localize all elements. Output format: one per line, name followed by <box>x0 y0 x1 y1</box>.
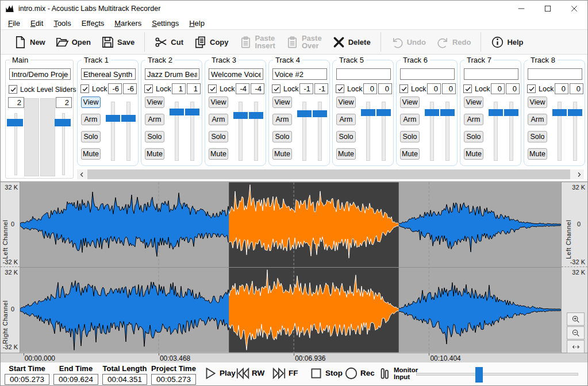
track-view-button[interactable]: View <box>145 96 164 108</box>
menu-effects[interactable]: Effects <box>76 18 110 29</box>
lock-checkbox[interactable] <box>80 84 89 93</box>
undo-button[interactable]: Undo <box>386 33 431 51</box>
track-mute-button[interactable]: Mute <box>209 148 228 160</box>
track-solo-button[interactable]: Solo <box>528 131 547 142</box>
play-button[interactable]: Play <box>203 366 236 381</box>
track-solo-button[interactable]: Solo <box>209 131 228 142</box>
track-solo-button[interactable]: Solo <box>336 131 356 142</box>
track-arm-button[interactable]: Arm <box>464 114 483 125</box>
menu-markers[interactable]: Markers <box>109 18 147 29</box>
track-mute-button[interactable]: Mute <box>272 148 292 160</box>
stop-button[interactable]: Stop <box>309 366 343 381</box>
track-name-input[interactable] <box>336 68 391 80</box>
cut-button[interactable]: Cut <box>149 33 189 51</box>
open-button[interactable]: Open <box>51 33 96 51</box>
minimize-button[interactable] <box>508 1 535 17</box>
track-arm-button[interactable]: Arm <box>272 114 292 125</box>
scroll-left-button[interactable] <box>77 169 87 179</box>
main-level-slider-handle[interactable] <box>7 119 23 126</box>
rewind-button[interactable]: RW <box>235 366 264 381</box>
lock-checkbox[interactable] <box>399 84 408 93</box>
track-level-slider-handle[interactable] <box>552 109 567 116</box>
track-level-slider[interactable] <box>126 102 130 161</box>
paste-insert-button[interactable]: Paste Insert <box>234 32 280 52</box>
track-mute-button[interactable]: Mute <box>464 148 483 160</box>
track-name-input[interactable] <box>528 68 582 80</box>
menu-file[interactable]: File <box>3 18 25 29</box>
track-view-button[interactable]: View <box>272 96 292 108</box>
track-level-slider-handle[interactable] <box>297 110 312 117</box>
redo-button[interactable]: Redo <box>431 33 476 51</box>
track-name-input[interactable] <box>400 68 455 80</box>
menu-tools[interactable]: Tools <box>48 18 76 29</box>
track-level-slider-handle[interactable] <box>249 112 263 119</box>
lock-checkbox[interactable] <box>336 84 344 93</box>
track-view-button[interactable]: View <box>209 96 228 108</box>
track-level-slider-handle[interactable] <box>106 115 120 122</box>
track-mute-button[interactable]: Mute <box>145 148 164 160</box>
track-arm-button[interactable]: Arm <box>336 114 356 125</box>
track-level-slider-handle[interactable] <box>313 110 327 117</box>
track-view-button[interactable]: View <box>336 96 356 108</box>
project-name-input[interactable] <box>9 68 71 80</box>
track-level-slider-handle[interactable] <box>376 109 391 116</box>
track-level-slider[interactable] <box>111 102 115 161</box>
delete-button[interactable]: Delete <box>327 33 376 51</box>
save-button[interactable]: Save <box>96 33 140 51</box>
track-mute-button[interactable]: Mute <box>528 148 547 160</box>
track-mute-button[interactable]: Mute <box>400 148 420 160</box>
track-level-slider-handle[interactable] <box>568 109 582 116</box>
close-button[interactable] <box>561 1 587 17</box>
track-arm-button[interactable]: Arm <box>209 114 228 125</box>
track-level-slider[interactable] <box>239 102 243 161</box>
track-level-slider-handle[interactable] <box>170 109 184 115</box>
track-level-slider-handle[interactable] <box>425 109 439 116</box>
track-view-button[interactable]: View <box>528 96 547 108</box>
track-solo-button[interactable]: Solo <box>81 131 101 142</box>
track-level-slider-handle[interactable] <box>233 112 248 119</box>
lock-checkbox[interactable] <box>144 84 153 93</box>
track-level-slider-handle[interactable] <box>121 115 136 122</box>
track-view-button[interactable]: View <box>81 96 101 108</box>
track-level-slider-handle[interactable] <box>504 109 518 116</box>
track-view-button[interactable]: View <box>464 96 483 108</box>
track-solo-button[interactable]: Solo <box>400 131 420 142</box>
track-name-input[interactable] <box>272 68 327 80</box>
track-level-slider-handle[interactable] <box>489 109 503 116</box>
track-arm-button[interactable]: Arm <box>400 114 420 125</box>
track-name-input[interactable] <box>209 68 263 80</box>
track-mute-button[interactable]: Mute <box>81 148 101 160</box>
menu-help[interactable]: Help <box>184 18 210 29</box>
track-level-slider[interactable] <box>254 102 258 161</box>
new-button[interactable]: New <box>9 33 51 51</box>
menu-settings[interactable]: Settings <box>147 18 184 29</box>
timeline-ruler[interactable]: 00:00.00000:03.46800:06.93600:10.404 <box>1 353 587 363</box>
waveform-display[interactable] <box>20 182 561 353</box>
record-button[interactable]: Rec <box>344 366 375 381</box>
help-button[interactable]: Help <box>486 33 528 51</box>
track-name-input[interactable] <box>145 68 199 80</box>
track-arm-button[interactable]: Arm <box>145 114 164 125</box>
lock-checkbox[interactable] <box>208 84 217 93</box>
track-level-slider-handle[interactable] <box>185 109 199 115</box>
track-view-button[interactable]: View <box>400 96 420 108</box>
paste-over-button[interactable]: Paste Over <box>280 32 327 52</box>
scroll-right-button[interactable] <box>574 169 584 179</box>
lock-checkbox[interactable] <box>463 84 472 93</box>
track-arm-button[interactable]: Arm <box>81 114 101 125</box>
scrollbar-thumb[interactable] <box>87 169 570 179</box>
track-solo-button[interactable]: Solo <box>272 131 292 142</box>
track-arm-button[interactable]: Arm <box>528 114 547 125</box>
menu-edit[interactable]: Edit <box>25 18 48 29</box>
track-level-slider-handle[interactable] <box>361 109 375 116</box>
zoom-out-button[interactable] <box>567 326 585 339</box>
track-solo-button[interactable]: Solo <box>464 131 483 142</box>
monitor-input-button[interactable]: Monitor Input <box>377 366 418 381</box>
copy-button[interactable]: Copy <box>189 33 234 51</box>
maximize-button[interactable] <box>535 1 561 17</box>
lock-checkbox[interactable] <box>527 84 536 93</box>
position-slider-handle[interactable] <box>475 367 483 383</box>
tracks-scrollbar[interactable] <box>77 169 584 179</box>
track-mute-button[interactable]: Mute <box>336 148 356 160</box>
position-slider[interactable] <box>416 373 578 376</box>
